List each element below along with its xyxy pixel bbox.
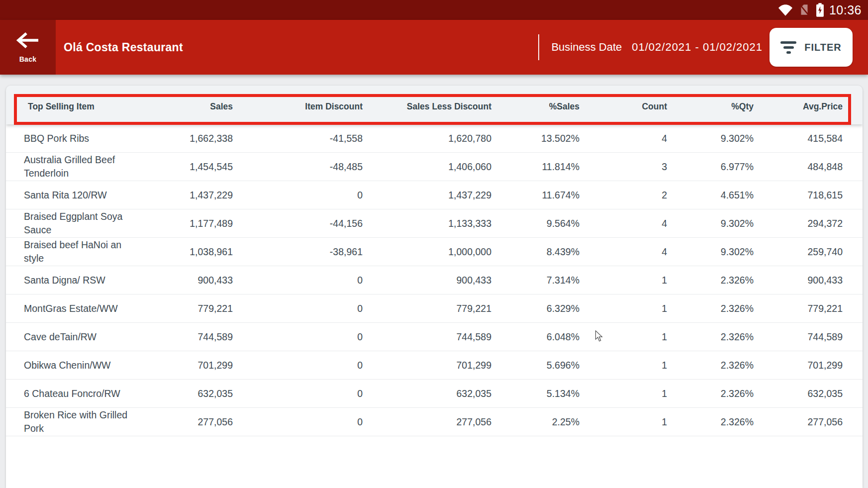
table-row[interactable]: Santa Digna/ RSW900,4330900,4337.314%12.… [6,266,863,294]
avg-price-cell: 259,740 [754,245,863,259]
item-discount-cell: 0 [233,387,363,400]
count-cell: 2 [579,189,667,202]
item-name-cell: Santa Digna/ RSW [6,274,160,287]
back-button[interactable]: Back [0,20,56,75]
sales-cell: 277,056 [160,415,233,429]
table-row[interactable]: 6 Chateau Foncro/RW632,0350632,0355.134%… [6,380,863,408]
report-table-card: Top Selling ItemSalesItem DiscountSales … [6,86,863,488]
pct-qty-cell: 9.302% [667,245,754,259]
pct-sales-cell: 11.814% [491,160,579,174]
sales-cell: 900,433 [160,274,233,287]
count-cell: 1 [579,359,667,372]
battery-charging-icon [816,3,824,17]
sales-less-discount-cell: 277,056 [363,415,491,429]
count-cell: 1 [579,415,667,429]
avg-price-cell: 744,589 [754,330,863,344]
column-header-sales-less-discount[interactable]: Sales Less Discount [363,86,491,124]
sales-less-discount-cell: 900,433 [363,274,491,287]
avg-price-cell: 277,056 [754,415,863,429]
item-name-cell: Braised beef HaNoi an style [6,238,160,265]
pct-sales-cell: 5.696% [491,359,579,372]
column-header-item-discount[interactable]: Item Discount [233,86,363,124]
item-discount-cell: -44,156 [233,217,363,230]
sales-less-discount-cell: 701,299 [363,359,491,372]
item-name-cell: MontGras Estate/WW [6,302,160,315]
sales-less-discount-cell: 779,221 [363,302,491,315]
pct-qty-cell: 9.302% [667,217,754,230]
table-row[interactable]: Braised Eggplant Soya Sauce1,177,489-44,… [6,209,863,238]
item-discount-cell: -48,485 [233,160,363,174]
table-row[interactable]: BBQ Pork Ribs1,662,338-41,5581,620,78013… [6,124,863,153]
table-header-row: Top Selling ItemSalesItem DiscountSales … [6,86,863,124]
pct-sales-cell: 6.329% [491,302,579,315]
avg-price-cell: 484,848 [754,160,863,174]
pct-sales-cell: 6.048% [491,330,579,344]
app-bar-main: Olá Costa Restaurant Business Date 01/02… [56,20,868,75]
sales-less-discount-cell: 1,620,780 [363,132,491,145]
table-row[interactable]: Broken Rice with Grilled Pork277,0560277… [6,408,863,436]
avg-price-cell: 779,221 [754,302,863,315]
item-discount-cell: 0 [233,415,363,429]
pct-sales-cell: 11.674% [491,189,579,202]
count-cell: 3 [579,160,667,174]
column-header-avg-price[interactable]: Avg.Price [754,86,863,124]
column-header-qty[interactable]: %Qty [667,86,754,124]
pct-qty-cell: 4.651% [667,189,754,202]
table-row[interactable]: Santa Rita 120/RW1,437,22901,437,22911.6… [6,181,863,209]
filter-button[interactable]: FILTER [770,28,853,67]
pct-sales-cell: 9.564% [491,217,579,230]
pct-sales-cell: 2.25% [491,415,579,429]
table-row[interactable]: Braised beef HaNoi an style1,038,961-38,… [6,238,863,266]
sales-cell: 1,437,229 [160,189,233,202]
column-header-sales[interactable]: %Sales [491,86,579,124]
count-cell: 1 [579,302,667,315]
back-arrow-icon [15,32,40,49]
avg-price-cell: 415,584 [754,132,863,145]
table-row[interactable]: MontGras Estate/WW779,2210779,2216.329%1… [6,294,863,323]
sales-cell: 1,038,961 [160,245,233,259]
item-name-cell: Obikwa Chenin/WW [6,359,160,372]
back-label: Back [19,55,37,63]
sales-cell: 1,454,545 [160,160,233,174]
avg-price-cell: 701,299 [754,359,863,372]
pct-qty-cell: 2.326% [667,302,754,315]
table-row[interactable]: Australia Grilled Beef Tenderloin1,454,5… [6,153,863,181]
table-row[interactable]: Cave deTain/RW744,5890744,5896.048%12.32… [6,323,863,351]
item-discount-cell: 0 [233,274,363,287]
business-date-label: Business Date [551,41,622,54]
sim-missing-icon [798,3,811,16]
avg-price-cell: 294,372 [754,217,863,230]
item-name-cell: Braised Eggplant Soya Sauce [6,210,160,237]
item-name-cell: Cave deTain/RW [6,330,160,344]
sales-cell: 632,035 [160,387,233,400]
table-row[interactable]: Obikwa Chenin/WW701,2990701,2995.696%12.… [6,351,863,380]
sales-less-discount-cell: 1,437,229 [363,189,491,202]
pct-sales-cell: 13.502% [491,132,579,145]
avg-price-cell: 632,035 [754,387,863,400]
item-discount-cell: 0 [233,330,363,344]
pct-qty-cell: 2.326% [667,415,754,429]
item-discount-cell: -41,558 [233,132,363,145]
status-bar: 10:36 [0,0,868,20]
pct-qty-cell: 9.302% [667,132,754,145]
sales-less-discount-cell: 632,035 [363,387,491,400]
wifi-icon [778,4,793,16]
filter-label: FILTER [804,42,842,53]
business-date-value[interactable]: 01/02/2021 - 01/02/2021 [632,41,763,54]
sales-cell: 779,221 [160,302,233,315]
sales-cell: 744,589 [160,330,233,344]
item-discount-cell: 0 [233,359,363,372]
status-time: 10:36 [829,3,862,17]
item-discount-cell: 0 [233,189,363,202]
sales-less-discount-cell: 744,589 [363,330,491,344]
column-header-count[interactable]: Count [579,86,667,124]
column-header-sales[interactable]: Sales [160,86,233,124]
pct-sales-cell: 7.314% [491,274,579,287]
item-name-cell: Santa Rita 120/RW [6,189,160,202]
item-name-cell: Australia Grilled Beef Tenderloin [6,153,160,180]
count-cell: 4 [579,217,667,230]
count-cell: 1 [579,330,667,344]
column-header-top-selling-item[interactable]: Top Selling Item [6,86,160,124]
header-divider [538,34,539,60]
sales-cell: 1,177,489 [160,217,233,230]
